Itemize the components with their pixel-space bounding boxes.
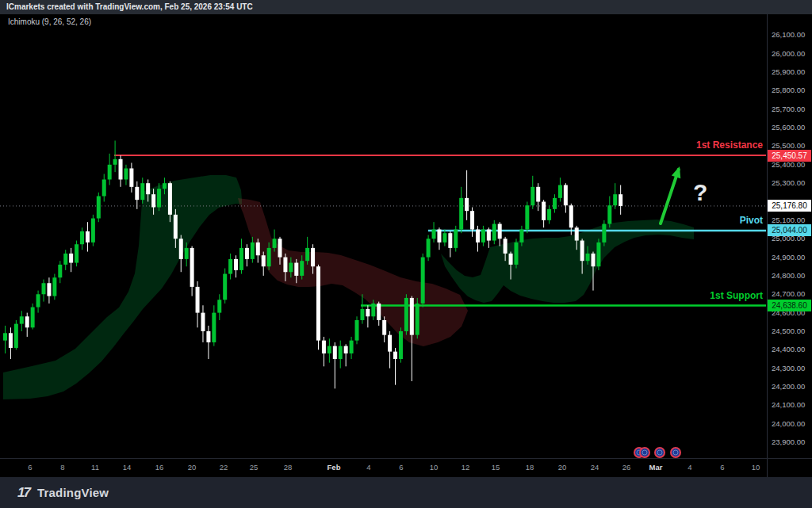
- price-tick: 24,700.00: [772, 290, 811, 298]
- calendar-event-icon[interactable]: [671, 448, 680, 457]
- candle-body: [256, 243, 260, 255]
- candle-body: [52, 277, 56, 296]
- candle-body: [300, 261, 304, 276]
- candle-body: [14, 324, 18, 348]
- price-axis[interactable]: 26,100.0026,000.0025,900.0025,800.0025,7…: [768, 14, 812, 477]
- candle-body: [157, 189, 161, 207]
- candle-body: [432, 230, 436, 239]
- candle-body: [339, 346, 343, 359]
- candle-body: [322, 341, 326, 353]
- candle-body: [3, 333, 7, 340]
- time-tick: 16: [155, 463, 164, 472]
- candle-body: [504, 239, 508, 254]
- candle-body: [536, 187, 540, 202]
- candle-body: [564, 185, 568, 205]
- calendar-event-icon[interactable]: [655, 448, 665, 457]
- candle-body: [278, 239, 282, 257]
- price-tick: 23,900.00: [772, 438, 811, 446]
- time-tick: 22: [220, 463, 228, 472]
- candle-body: [36, 294, 40, 307]
- candle-body: [47, 283, 51, 296]
- candle-body: [530, 187, 534, 205]
- candle-body: [108, 165, 112, 180]
- price-tick: 25,900.00: [772, 68, 811, 76]
- time-tick: 26: [622, 463, 631, 472]
- candle-body: [448, 233, 452, 248]
- candle-body: [596, 243, 600, 266]
- candle-body: [404, 298, 408, 331]
- candle-body: [371, 304, 375, 316]
- tradingview-logo-text[interactable]: TradingView: [37, 486, 109, 499]
- candle-body: [305, 248, 309, 261]
- price-tick: 24,500.00: [772, 327, 811, 335]
- candle-body: [86, 231, 90, 243]
- time-tick: 10: [430, 463, 439, 472]
- tradingview-logo-icon[interactable]: 17: [17, 485, 29, 501]
- candle-body: [102, 179, 106, 196]
- candle-body: [421, 258, 425, 304]
- watermark-titlebar: ICmarkets created with TradingView.com, …: [0, 0, 812, 14]
- time-tick: 6: [399, 463, 403, 472]
- tradingview-footer-bar: 17 TradingView: [0, 477, 812, 508]
- bullish-arrow: [661, 170, 679, 223]
- candle-body: [124, 168, 128, 179]
- candle-body: [350, 341, 354, 353]
- candle-body: [129, 168, 133, 186]
- candle-body: [294, 263, 298, 276]
- time-tick: 24: [591, 463, 599, 472]
- candle-body: [113, 159, 117, 165]
- candle-body: [31, 307, 35, 328]
- candle-body: [20, 316, 24, 323]
- candle-body: [393, 352, 397, 359]
- candle-body: [262, 255, 266, 266]
- price-tick: 24,200.00: [772, 383, 811, 391]
- time-tick: 4: [688, 463, 691, 472]
- candle-body: [140, 183, 144, 200]
- candle-body: [366, 309, 370, 316]
- candle-body: [228, 259, 232, 274]
- candle-body: [487, 230, 491, 241]
- candle-body: [377, 304, 381, 320]
- candle-body: [316, 266, 320, 340]
- last-price-chip: 25,176.80: [768, 200, 811, 212]
- time-tick: 10: [752, 463, 760, 472]
- candle-body: [174, 215, 178, 239]
- price-tick: 24,800.00: [772, 272, 811, 280]
- candle-body: [427, 239, 431, 257]
- price-tick: 25,300.00: [772, 179, 811, 187]
- candle-body: [245, 248, 249, 259]
- candle-body: [569, 205, 573, 227]
- candle-body: [575, 227, 579, 240]
- candle-body: [168, 183, 172, 215]
- candle-body: [459, 198, 463, 230]
- ichimoku-cloud-bear: [238, 198, 468, 346]
- chart-canvas[interactable]: [0, 0, 812, 508]
- price-tick: 26,100.00: [772, 31, 811, 39]
- candle-body: [519, 230, 523, 243]
- candle-body: [267, 248, 271, 266]
- indicator-legend[interactable]: Ichimoku (9, 26, 52, 26): [8, 17, 91, 26]
- candle-body: [525, 205, 529, 229]
- time-axis[interactable]: 6811141620222528Feb4610121518202426Mar46…: [0, 458, 767, 477]
- price-tick: 24,900.00: [772, 254, 811, 262]
- candle-body: [333, 346, 337, 359]
- candle-body: [509, 254, 513, 265]
- time-tick: 12: [462, 463, 470, 472]
- candle-body: [327, 346, 331, 353]
- price-tick: 24,400.00: [772, 346, 811, 353]
- candle-body: [289, 263, 293, 273]
- price-tick: 25,600.00: [772, 124, 811, 132]
- time-tick: 14: [123, 463, 132, 472]
- candle-body: [42, 283, 46, 294]
- candle-body: [410, 298, 414, 335]
- candle-body: [613, 194, 617, 205]
- candle-body: [185, 248, 189, 259]
- candle-body: [360, 309, 364, 320]
- candle-body: [481, 230, 485, 243]
- calendar-event-icon[interactable]: [640, 448, 649, 457]
- candle-body: [25, 316, 29, 327]
- candle-body: [382, 320, 386, 335]
- candle-body: [97, 197, 101, 219]
- candle-body: [355, 320, 359, 341]
- candle-body: [586, 254, 590, 261]
